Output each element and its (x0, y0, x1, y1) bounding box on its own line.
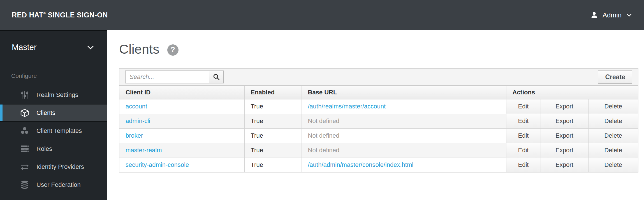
table-header-row: Client ID Enabled Base URL Actions (119, 86, 638, 99)
table-row: master-realm True Not defined Edit Expor… (119, 143, 638, 158)
chevron-down-icon (87, 45, 94, 50)
delete-action[interactable]: Delete (588, 114, 638, 128)
client-id-link[interactable]: broker (126, 132, 143, 139)
enabled-value: True (244, 158, 302, 172)
enabled-value: True (244, 143, 302, 158)
column-header-enabled: Enabled (244, 86, 302, 99)
page-title: Clients ? (119, 41, 179, 57)
search-group (125, 71, 224, 83)
clients-table-container: Create Client ID Enabled Base URL Action… (119, 68, 638, 172)
edit-action[interactable]: Edit (506, 114, 541, 128)
enabled-value: True (244, 128, 302, 143)
delete-action[interactable]: Delete (588, 158, 638, 172)
base-url-not-defined: Not defined (308, 117, 340, 124)
base-url-not-defined: Not defined (308, 147, 340, 154)
sidebar-item-identity-providers[interactable]: Identity Providers (0, 158, 107, 176)
sidebar-item-clients[interactable]: Clients (0, 104, 107, 122)
sidebar-item-user-federation[interactable]: User Federation (0, 176, 107, 194)
enabled-value: True (244, 114, 302, 128)
base-url-link[interactable]: /auth/admin/master/console/index.html (308, 161, 414, 168)
sidebar-item-label: Realm Settings (36, 91, 78, 99)
sidebar-item-label: Client Templates (36, 127, 82, 135)
client-id-link[interactable]: security-admin-console (126, 161, 189, 168)
delete-action[interactable]: Delete (588, 128, 638, 143)
client-id-link[interactable]: master-realm (126, 147, 162, 154)
user-name: Admin (603, 11, 622, 19)
search-input[interactable] (125, 71, 209, 83)
main-content: Clients ? Create (107, 30, 644, 200)
edit-action[interactable]: Edit (506, 158, 541, 172)
user-menu[interactable]: Admin (578, 0, 644, 30)
sidebar-item-roles[interactable]: Roles (0, 140, 107, 158)
enabled-value: True (244, 99, 302, 114)
realm-name: Master (12, 43, 37, 52)
sidebar-item-realm-settings[interactable]: Realm Settings (0, 86, 107, 104)
realm-selector[interactable]: Master (0, 31, 107, 64)
table-toolbar: Create (119, 69, 638, 86)
edit-action[interactable]: Edit (506, 128, 541, 143)
top-bar: RED HAT® SINGLE SIGN-ON Admin (0, 0, 644, 30)
sidebar-item-label: Clients (36, 109, 55, 117)
search-button[interactable] (209, 71, 224, 83)
search-icon (213, 73, 220, 81)
base-url-not-defined: Not defined (308, 132, 340, 139)
export-action[interactable]: Export (541, 99, 588, 114)
page-title-text: Clients (119, 41, 159, 57)
sidebar: Master Configure Realm Settings (0, 30, 107, 200)
chevron-down-icon (626, 13, 632, 17)
column-header-base-url: Base URL (302, 86, 506, 99)
export-action[interactable]: Export (541, 128, 588, 143)
cubes-icon (20, 127, 30, 135)
sidebar-section-label: Configure (11, 72, 107, 79)
table-row: account True /auth/realms/master/account… (119, 99, 638, 114)
edit-action[interactable]: Edit (506, 99, 541, 114)
export-action[interactable]: Export (541, 143, 588, 158)
sidebar-item-label: User Federation (36, 181, 81, 188)
export-action[interactable]: Export (541, 114, 588, 128)
sliders-icon (20, 91, 30, 99)
sidebar-item-label: Identity Providers (36, 163, 84, 171)
edit-action[interactable]: Edit (506, 143, 541, 158)
create-button[interactable]: Create (598, 71, 632, 84)
user-icon (590, 11, 598, 19)
list-icon (20, 146, 30, 152)
table-row: admin-cli True Not defined Edit Export D… (119, 114, 638, 128)
table-row: security-admin-console True /auth/admin/… (119, 158, 638, 172)
delete-action[interactable]: Delete (588, 99, 638, 114)
table-row: broker True Not defined Edit Export Dele… (119, 128, 638, 143)
database-icon (20, 181, 30, 189)
app-logo: RED HAT® SINGLE SIGN-ON (12, 11, 108, 19)
base-url-link[interactable]: /auth/realms/master/account (308, 103, 386, 110)
cube-icon (20, 108, 30, 117)
registered-mark: ® (43, 12, 46, 15)
clients-table: Client ID Enabled Base URL Actions accou… (119, 86, 638, 172)
sidebar-item-client-templates[interactable]: Client Templates (0, 122, 107, 140)
delete-action[interactable]: Delete (588, 143, 638, 158)
column-header-client-id: Client ID (119, 86, 244, 99)
export-action[interactable]: Export (541, 158, 588, 172)
sidebar-item-label: Roles (36, 145, 52, 153)
client-id-link[interactable]: account (126, 103, 147, 110)
help-icon[interactable]: ? (167, 44, 179, 56)
exchange-arrows-icon (20, 164, 30, 170)
client-id-link[interactable]: admin-cli (126, 117, 150, 124)
column-header-actions: Actions (506, 86, 638, 99)
